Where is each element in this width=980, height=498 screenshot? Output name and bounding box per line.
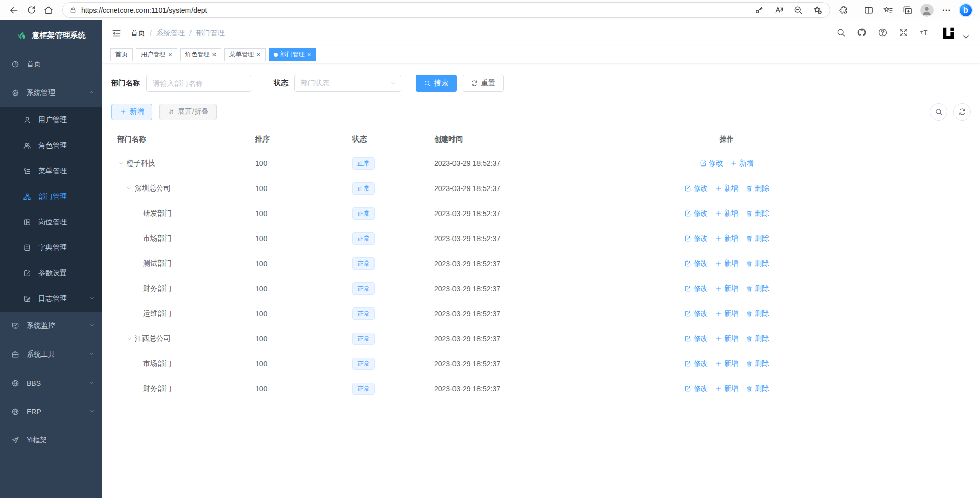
row-action-plus[interactable]: 新增 bbox=[730, 159, 754, 168]
row-action-edit-pen[interactable]: 修改 bbox=[684, 184, 708, 193]
breadcrumb-item[interactable]: 首页 bbox=[131, 29, 145, 38]
action-label: 新增 bbox=[724, 384, 738, 393]
header-fullscreen-button[interactable] bbox=[899, 28, 909, 39]
dept-name-input[interactable] bbox=[146, 75, 251, 92]
row-action-edit-pen[interactable]: 修改 bbox=[684, 359, 708, 368]
row-action-edit-pen[interactable]: 修改 bbox=[700, 159, 723, 168]
row-action-edit-pen[interactable]: 修改 bbox=[684, 209, 708, 218]
row-action-trash[interactable]: 删除 bbox=[746, 259, 769, 268]
status-badge: 正常 bbox=[352, 157, 375, 170]
plus-icon bbox=[730, 160, 737, 167]
sidebar-item-dept[interactable]: 部门管理 bbox=[0, 184, 102, 209]
row-action-edit-pen[interactable]: 修改 bbox=[684, 384, 708, 393]
row-action-edit-pen[interactable]: 修改 bbox=[684, 284, 708, 293]
refresh-table-button[interactable] bbox=[953, 103, 971, 121]
browser-essentials-button[interactable] bbox=[835, 2, 852, 18]
row-action-plus[interactable]: 新增 bbox=[715, 384, 738, 393]
bing-chat-button[interactable]: b bbox=[958, 2, 974, 18]
row-action-trash[interactable]: 删除 bbox=[746, 309, 769, 318]
close-tab-icon[interactable]: × bbox=[212, 51, 217, 58]
read-aloud-button[interactable] bbox=[770, 2, 787, 18]
tag-tab-角色管理[interactable]: 角色管理× bbox=[180, 48, 222, 61]
header-font-size-button[interactable]: TT bbox=[920, 28, 929, 39]
tag-tab-菜单管理[interactable]: 菜单管理× bbox=[224, 48, 266, 61]
row-action-edit-pen[interactable]: 修改 bbox=[684, 234, 708, 243]
browser-home-button[interactable] bbox=[40, 2, 57, 18]
sidebar-item-label: 参数设置 bbox=[38, 269, 67, 278]
row-action-plus[interactable]: 新增 bbox=[715, 234, 738, 243]
row-action-plus[interactable]: 新增 bbox=[715, 184, 738, 193]
sidebar-item-config[interactable]: 参数设置 bbox=[0, 260, 102, 286]
row-action-trash[interactable]: 删除 bbox=[746, 234, 769, 243]
caret-down-icon[interactable] bbox=[961, 32, 971, 42]
expand-arrow-icon[interactable] bbox=[117, 160, 127, 167]
favorites-button[interactable] bbox=[880, 2, 896, 18]
collections-button[interactable] bbox=[899, 2, 916, 18]
browser-reload-button[interactable] bbox=[22, 2, 40, 18]
status-select[interactable]: 部门状态 bbox=[294, 75, 401, 92]
row-action-trash[interactable]: 删除 bbox=[746, 384, 769, 393]
header-github-button[interactable] bbox=[857, 28, 867, 39]
sidebar-item-yiframe[interactable]: Yi框架 bbox=[0, 426, 102, 455]
user-avatar[interactable] bbox=[941, 26, 956, 41]
expand-arrow-icon[interactable] bbox=[126, 185, 135, 192]
zoom-out-button[interactable] bbox=[789, 2, 806, 18]
sidebar-item-role[interactable]: 角色管理 bbox=[0, 133, 102, 158]
plus-icon bbox=[715, 210, 722, 217]
tag-tab-用户管理[interactable]: 用户管理× bbox=[136, 48, 177, 61]
row-action-edit-pen[interactable]: 修改 bbox=[684, 334, 708, 343]
close-tab-icon[interactable]: × bbox=[168, 51, 172, 58]
edit-pen-icon bbox=[700, 160, 707, 167]
row-action-plus[interactable]: 新增 bbox=[715, 259, 738, 268]
sidebar-item-system[interactable]: 系统管理 bbox=[0, 79, 102, 107]
close-tab-icon[interactable]: × bbox=[307, 51, 312, 58]
row-action-trash[interactable]: 删除 bbox=[746, 359, 769, 368]
row-action-plus[interactable]: 新增 bbox=[715, 334, 738, 343]
row-action-trash[interactable]: 删除 bbox=[746, 284, 769, 293]
row-action-plus[interactable]: 新增 bbox=[715, 359, 738, 368]
show-search-button[interactable] bbox=[930, 103, 947, 121]
fullscreen-icon bbox=[899, 28, 909, 37]
sidebar-item-log[interactable]: 日志管理 bbox=[0, 286, 102, 312]
url-text[interactable]: https://ccnetcore.com:1101/system/dept bbox=[81, 6, 750, 14]
tag-tab-部门管理[interactable]: 部门管理× bbox=[269, 48, 317, 61]
row-action-trash[interactable]: 删除 bbox=[746, 184, 769, 193]
split-screen-button[interactable] bbox=[861, 2, 877, 18]
browser-menu-button[interactable] bbox=[938, 2, 954, 18]
breadcrumb: 首页/系统管理/部门管理 bbox=[131, 29, 225, 38]
address-bar[interactable]: https://ccnetcore.com:1101/system/dept bbox=[62, 2, 830, 18]
sidebar-item-dict[interactable]: 字典管理 bbox=[0, 235, 102, 260]
sidebar-item-post[interactable]: 岗位管理 bbox=[0, 209, 102, 235]
close-tab-icon[interactable]: × bbox=[256, 51, 260, 58]
sidebar-item-tools[interactable]: 系统工具 bbox=[0, 340, 102, 369]
header-search-button[interactable] bbox=[836, 28, 846, 39]
trash-icon bbox=[746, 185, 753, 192]
row-action-plus[interactable]: 新增 bbox=[715, 209, 738, 218]
row-action-trash[interactable]: 删除 bbox=[746, 209, 769, 218]
password-key-button[interactable] bbox=[750, 2, 768, 18]
sidebar-item-monitor[interactable]: 系统监控 bbox=[0, 312, 102, 340]
header-question-button[interactable] bbox=[878, 28, 888, 39]
row-action-trash[interactable]: 删除 bbox=[746, 334, 769, 343]
sidebar-item-menu[interactable]: 菜单管理 bbox=[0, 158, 102, 184]
row-action-edit-pen[interactable]: 修改 bbox=[684, 309, 708, 318]
expand-arrow-icon[interactable] bbox=[126, 335, 135, 342]
tag-tab-首页[interactable]: 首页 bbox=[110, 48, 133, 61]
sidebar-item-erp[interactable]: ERP bbox=[0, 397, 102, 426]
reset-button[interactable]: 重置 bbox=[463, 75, 504, 92]
action-label: 新增 bbox=[724, 284, 738, 293]
expand-collapse-button[interactable]: 展开/折叠 bbox=[159, 104, 217, 120]
sidebar-toggle-button[interactable] bbox=[111, 28, 122, 38]
profile-button[interactable] bbox=[919, 2, 935, 18]
row-action-plus[interactable]: 新增 bbox=[715, 284, 738, 293]
row-action-edit-pen[interactable]: 修改 bbox=[684, 259, 708, 268]
row-action-plus[interactable]: 新增 bbox=[715, 309, 738, 318]
sidebar-item-user[interactable]: 用户管理 bbox=[0, 107, 102, 133]
search-button[interactable]: 搜索 bbox=[416, 75, 457, 92]
github-icon bbox=[857, 28, 867, 37]
sidebar-item-home[interactable]: 首页 bbox=[0, 50, 102, 79]
sidebar-item-bbs[interactable]: BBS bbox=[0, 369, 102, 397]
add-favorite-button[interactable] bbox=[808, 2, 826, 18]
add-dept-button[interactable]: 新增 bbox=[111, 104, 152, 120]
browser-back-button[interactable] bbox=[5, 2, 22, 18]
